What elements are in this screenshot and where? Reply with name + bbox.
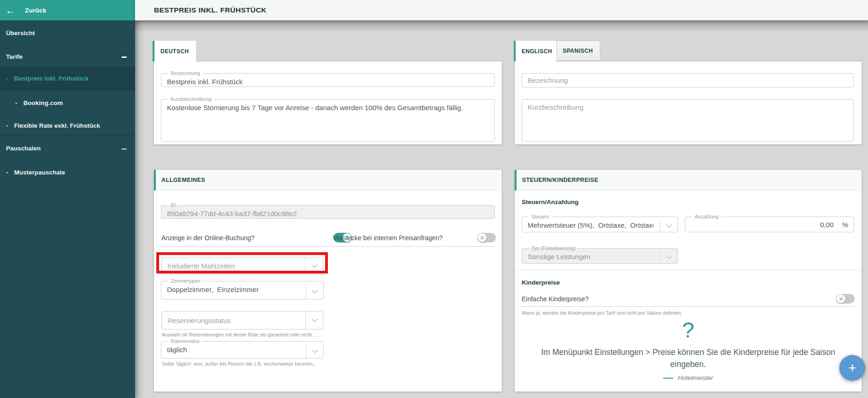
sidebar-item-booking[interactable]: - Booking.com [0,90,135,116]
field-label: Steuern [529,214,552,220]
plus-icon: + [848,360,856,376]
field-label: Bezeichnung [168,70,203,76]
tab-deutsch[interactable]: DEUTSCH [153,41,196,62]
ratenmodus-helper: Sollte 'täglich' sein, außer bei Preisen… [162,361,317,367]
toggle-knob [837,294,845,303]
id-field: ID 850a9294-77dd-4c43-ba37-fb821d0c98e2 [161,202,495,219]
card-header: ALLGEMEINES [154,170,502,191]
field-label: Zimmertypen [168,278,203,284]
question-mark-graphic: ? [515,317,862,342]
kurzbeschreibung-field[interactable]: Kurzbeschreibung Kostenlose Stornierung … [161,96,495,142]
kurzbeschreibung-input[interactable] [522,99,854,142]
field-value: Doppelzimmer, Einzelzimmer [167,285,318,294]
sidebar-item-uebersicht[interactable]: Übersicht [0,20,135,46]
add-button[interactable]: + [839,355,865,381]
field-label: Anzahlung [692,214,721,220]
card-header: STEUERN/KINDERPREISE [515,170,862,191]
toggle-label: Einfache Kinderpreise? [522,295,589,303]
card-translation [515,62,862,144]
attribution: Hotelmeister [515,373,862,382]
tab-englisch[interactable]: ENGLISCH [514,41,556,62]
back-arrow-icon[interactable]: ← [6,6,25,15]
field-value: Mehrwertsteuer (5%), Ortstaxe, Ortstaxe … [528,221,653,230]
toggle-row-verstecke: Verstecke bei internen Preisanfragen? [333,229,496,247]
kinderpreise-info-text: Im Menüpunkt Einstellungen > Preise könn… [540,346,836,370]
steuern-select[interactable]: Steuern Mehrwertsteuer (5%), Ortstaxe, O… [522,214,678,232]
ratenmodus-select[interactable]: Ratenmodus täglich [161,338,324,359]
sidebar-item-label: Pauschalen [6,145,41,152]
card-title: ALLGEMEINES [161,177,205,183]
anzahlung-value: 0,00 [820,221,833,229]
dash-icon: - [6,169,8,176]
sidebar-item-flexible[interactable]: - Flexible Rate exkl. Frühstück [0,116,135,136]
toggle-label: Anzeige in der Online-Buchung? [161,234,255,242]
chevron-down-icon[interactable] [305,311,323,329]
page-title: BESTPREIS INKL. FRÜHSTÜCK [154,6,266,14]
section-heading-kinderpreise: Kinderpreise [522,279,560,286]
sidebar-item-bestpreis[interactable]: - Bestpreis inkl. Frühstück [0,67,135,90]
sidebar-item-label: Tarife [6,53,23,60]
card-steuern-kinderpreise: STEUERN/KINDERPREISE Steuern/Anzahlung S… [515,170,862,392]
dash-icon [663,378,673,379]
section-heading-steuern-anzahlung: Steuern/Anzahlung [522,199,579,205]
collapse-minus-icon[interactable] [122,149,127,150]
sidebar-item-label: Booking.com [24,100,63,106]
sidebar-item-label: Musterpauschale [14,169,65,176]
sidebar-item-label: Übersicht [6,30,35,37]
chevron-down-icon[interactable] [660,220,677,232]
field-value: täglich [167,345,318,354]
verstecke-toggle[interactable] [477,233,496,243]
reservierungsstatus-helper: Auswahl ob Reservierungen mit dieser Rat… [162,332,317,337]
sidebar-item-tarife[interactable]: Tarife [0,46,135,67]
dash-icon: - [6,122,8,129]
collapse-minus-icon[interactable] [122,56,127,58]
field-value: Sonstige Leistungen [528,252,672,261]
card-deutsch: Bezeichnung Bestpreis inkl. Frühstück Ku… [154,62,502,144]
field-label: ID [168,202,178,208]
chevron-down-icon[interactable] [306,284,323,299]
tab-label: ENGLISCH [522,48,552,55]
typ-fiskalisierung-select: Typ (Fiskalisierung) Sonstige Leistungen [522,245,678,264]
sidebar-nav: Übersicht Tarife - Bestpreis inkl. Frühs… [0,20,135,184]
field-value: Kostenlose Stornierung bis 7 Tage vor An… [167,103,489,112]
sidebar-item-label: Flexible Rate exkl. Frühstück [14,122,100,129]
bezeichnung-field[interactable]: Bezeichnung Bestpreis inkl. Frühstück [161,70,495,87]
sidebar: ← Zurück Übersicht Tarife - Bestpreis in… [0,0,135,398]
field-label: Ratenmodus [168,338,202,344]
sidebar-item-musterpauschale[interactable]: - Musterpauschale [0,161,135,184]
sidebar-item-pauschalen[interactable]: Pauschalen [0,136,135,161]
toggle-off-icon [480,236,485,240]
zimmertypen-select[interactable]: Zimmertypen Doppelzimmer, Einzelzimmer [161,278,324,299]
card-title: STEUERN/KINDERPREISE [522,177,598,183]
kinderpreise-helper: Wenn ja, werden die Kinderpreise pro Tar… [522,310,682,316]
anzahlung-field[interactable]: Anzahlung 0,00 % [685,214,854,232]
section-divider [515,270,862,270]
toggle-row-einfache-kinderpreise: Einfache Kinderpreise? [522,291,855,307]
select-placeholder: Reservierungsstatus [167,317,231,324]
back-button[interactable]: ← Zurück [0,0,135,20]
tab-spanisch[interactable]: SPANISCH [556,41,600,61]
attribution-name: Hotelmeister [678,374,713,381]
bezeichnung-input[interactable] [522,73,854,87]
field-value: 850a9294-77dd-4c43-ba37-fb821d0c98e2 [167,209,489,218]
dash-icon: - [15,100,18,106]
toggle-label: Verstecke bei internen Preisanfragen? [333,234,443,242]
tab-label: DEUTSCH [160,48,189,55]
dash-icon: - [6,75,8,82]
chevron-down-icon [660,251,677,263]
reservierungsstatus-select[interactable]: Reservierungsstatus [161,311,323,330]
topbar: BESTPREIS INKL. FRÜHSTÜCK [135,0,868,20]
inkludierte-mahlzeiten-select[interactable]: Inkludierte Mahlzeiten [161,257,323,274]
chevron-down-icon[interactable] [305,258,323,274]
einfache-kinderpreise-toggle[interactable] [836,294,855,304]
tab-label: SPANISCH [563,48,593,54]
card-allgemeines: ALLGEMEINES ID 850a9294-77dd-4c43-ba37-f… [154,170,502,392]
toggle-off-icon [839,297,843,301]
percent-suffix: % [842,221,848,229]
sidebar-item-label: Bestpreis inkl. Frühstück [14,75,89,82]
chevron-down-icon[interactable] [306,344,323,358]
select-placeholder: Inkludierte Mahlzeiten [167,262,235,270]
field-label: Typ (Fiskalisierung) [529,245,578,251]
field-value: Bestpreis inkl. Frühstück [167,77,489,86]
field-label: Kurzbeschreibung [168,96,214,102]
